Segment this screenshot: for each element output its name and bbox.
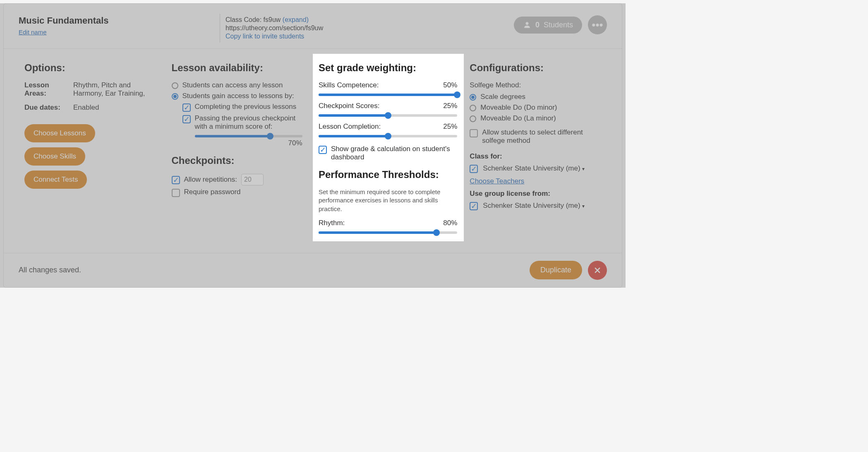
- class-title: Music Fundamentals: [19, 15, 209, 26]
- checkpoint-scores-label: Checkpoint Scores:: [319, 102, 379, 110]
- class-code-prefix: Class Code:: [225, 16, 264, 23]
- class-code: fs9uw: [264, 16, 281, 23]
- checkpoints-heading: Checkpoints:: [172, 155, 307, 166]
- checkpoint-scores-value: 25%: [443, 102, 457, 110]
- license-value: Schenker State University (me): [483, 202, 580, 209]
- header-divider: [220, 14, 220, 43]
- checkpoint-scores-slider[interactable]: [319, 114, 457, 117]
- class-code-block: Class Code: fs9uw (expand) https://utheo…: [225, 15, 323, 41]
- students-count: 0: [535, 21, 540, 29]
- check-prev-checkpoint-label: Passing the previous checkpoint with a m…: [195, 114, 307, 131]
- allow-diff-solfege-label: Allow students to select different solfe…: [482, 128, 600, 145]
- skills-competence-label: Skills Competence:: [319, 81, 379, 89]
- choose-skills-button[interactable]: Choose Skills: [24, 147, 85, 166]
- check-show-grade[interactable]: [319, 146, 327, 154]
- rhythm-threshold-label: Rhythm:: [319, 219, 345, 227]
- show-grade-label: Show grade & calculation on student's da…: [331, 145, 457, 161]
- check-allow-repetitions[interactable]: [172, 176, 180, 184]
- edit-name-link[interactable]: Edit name: [19, 29, 47, 36]
- allow-repetitions-label: Allow repetitions:: [184, 176, 237, 184]
- footer: All changes saved. Duplicate: [4, 253, 622, 287]
- close-button[interactable]: [588, 261, 607, 280]
- svg-point-0: [526, 22, 529, 25]
- rhythm-threshold-value: 80%: [443, 219, 457, 227]
- thresholds-description: Set the minimum required score to comple…: [319, 188, 457, 213]
- user-icon: [523, 21, 531, 29]
- radio-gain-access[interactable]: [172, 93, 178, 100]
- check-prev-lessons-label: Completing the previous lessons: [195, 103, 297, 111]
- license-label: Use group license from:: [470, 190, 600, 198]
- copy-invite-link[interactable]: Copy link to invite students: [225, 33, 304, 40]
- check-prev-checkpoint[interactable]: [182, 115, 191, 123]
- due-dates-value: Enabled: [73, 103, 159, 112]
- config-column: Configurations: Solfege Method: Scale de…: [464, 54, 607, 241]
- students-label: Students: [544, 21, 573, 29]
- weighting-column: Set grade weighting: Skills Competence: …: [313, 54, 464, 241]
- radio-scale-degrees[interactable]: [470, 94, 476, 101]
- weighting-heading: Set grade weighting:: [319, 62, 457, 74]
- skills-competence-value: 50%: [443, 81, 457, 89]
- license-dropdown[interactable]: Schenker State University (me)▾: [483, 202, 584, 210]
- skills-competence-slider[interactable]: [319, 94, 457, 96]
- rhythm-threshold-slider[interactable]: [319, 231, 457, 234]
- availability-column: Lesson availability: Students can access…: [166, 54, 313, 241]
- choose-teachers-link[interactable]: Choose Teachers: [470, 177, 524, 185]
- caret-down-icon: ▾: [582, 166, 585, 172]
- radio-gain-access-label: Students gain access to lessons by:: [182, 92, 294, 100]
- lesson-completion-label: Lesson Completion:: [319, 123, 381, 131]
- radio-la-minor-label: Moveable Do (La minor): [480, 114, 556, 123]
- radio-any-lesson[interactable]: [172, 82, 178, 89]
- class-for-value: Schenker State University (me): [483, 164, 580, 172]
- check-prev-lessons[interactable]: [182, 103, 191, 112]
- connect-tests-button[interactable]: Connect Tests: [24, 171, 87, 189]
- more-menu-button[interactable]: •••: [588, 15, 607, 34]
- radio-any-lesson-label: Students can access any lesson: [182, 81, 283, 89]
- repetitions-input[interactable]: [241, 174, 264, 185]
- check-license[interactable]: [470, 202, 478, 210]
- duplicate-button[interactable]: Duplicate: [530, 261, 582, 279]
- lesson-completion-slider[interactable]: [319, 135, 457, 137]
- due-dates-label: Due dates:: [24, 103, 66, 112]
- class-for-label: Class for:: [470, 152, 600, 161]
- students-pill[interactable]: 0 Students: [514, 17, 582, 34]
- require-password-label: Require password: [184, 188, 241, 196]
- availability-heading: Lesson availability:: [172, 62, 307, 74]
- config-heading: Configurations:: [470, 62, 600, 74]
- lesson-areas-value: Rhythm, Pitch and Harmony, Ear Training,: [73, 81, 159, 98]
- lesson-completion-value: 25%: [443, 123, 457, 131]
- caret-down-icon: ▾: [582, 203, 585, 209]
- choose-lessons-button[interactable]: Choose Lessons: [24, 124, 95, 142]
- check-allow-diff-solfege[interactable]: [470, 129, 478, 137]
- ellipsis-icon: •••: [592, 19, 603, 31]
- class-url: https://utheory.com/section/fs9uw: [225, 24, 323, 32]
- expand-code-link[interactable]: (expand): [283, 16, 309, 23]
- radio-do-minor[interactable]: [470, 105, 476, 111]
- lesson-areas-label: Lesson Areas:: [24, 81, 66, 98]
- options-heading: Options:: [24, 62, 159, 74]
- header: Music Fundamentals Edit name Class Code:…: [4, 4, 622, 48]
- class-for-dropdown[interactable]: Schenker State University (me)▾: [483, 164, 584, 173]
- check-require-password[interactable]: [172, 189, 180, 197]
- min-score-value: 70%: [195, 139, 302, 147]
- radio-la-minor[interactable]: [470, 115, 476, 122]
- thresholds-heading: Performance Thresholds:: [319, 169, 457, 180]
- close-icon: [593, 266, 602, 274]
- radio-do-minor-label: Moveable Do (Do minor): [480, 103, 557, 112]
- solfege-method-label: Solfege Method:: [470, 81, 600, 89]
- radio-scale-degrees-label: Scale degrees: [480, 93, 525, 101]
- save-status: All changes saved.: [19, 266, 81, 274]
- min-score-slider[interactable]: [195, 135, 302, 137]
- check-class-for[interactable]: [470, 165, 478, 173]
- options-column: Options: Lesson Areas: Rhythm, Pitch and…: [19, 54, 166, 241]
